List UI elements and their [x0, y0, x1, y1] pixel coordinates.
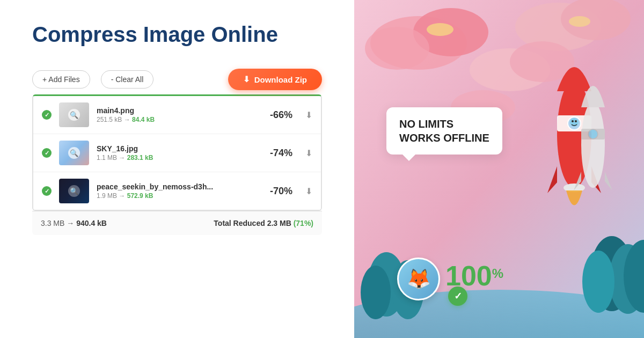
page-title: Compress Image Online [32, 21, 322, 47]
percent-symbol: % [492, 266, 503, 281]
svg-point-28 [588, 129, 598, 139]
percent-badge: 100 % [445, 262, 503, 290]
svg-point-24 [575, 120, 577, 122]
file-download-icon[interactable]: ⬇ [305, 186, 312, 196]
file-list: 🔍 main4.png 251.5 kB → 84.4 kB -66% ⬇ [32, 94, 322, 211]
file-info: main4.png 251.5 kB → 84.4 kB [97, 106, 253, 123]
download-zip-button[interactable]: ⬇ Download Zip [228, 69, 322, 90]
file-download-icon[interactable]: ⬇ [305, 110, 312, 120]
download-icon: ⬇ [243, 75, 250, 84]
file-name: SKY_16.jpg [97, 144, 253, 153]
file-size: 251.5 kB → 84.4 kB [97, 116, 253, 123]
rocket-svg [488, 21, 639, 247]
file-thumbnail: 🔍 [59, 141, 89, 165]
svg-point-23 [572, 120, 574, 122]
svg-point-9 [427, 23, 453, 36]
file-info: peace_seekin_by_nemoss-d3h... 1.9 MB → 5… [97, 182, 253, 200]
clear-all-button[interactable]: - Clear All [101, 70, 154, 89]
toolbar: + Add Files - Clear All ⬇ Download Zip [32, 69, 322, 90]
svg-point-26 [581, 102, 605, 188]
summary-total: Total Reduced 2.3 MB (71%) [214, 219, 313, 227]
file-thumbnail: 🔍 [59, 102, 89, 127]
file-size: 1.1 MB → 283.1 kB [97, 154, 253, 161]
check-badge [448, 286, 467, 306]
file-name: main4.png [97, 106, 253, 115]
zoom-icon: 🔍 [68, 185, 80, 197]
svg-point-4 [365, 27, 429, 70]
file-reduction: -70% [260, 186, 292, 197]
summary-bar: 3.3 MB → 940.4 kB Total Reduced 2.3 MB (… [32, 211, 322, 235]
svg-point-17 [582, 251, 614, 313]
promo-line1: NO LIMITS [399, 117, 489, 131]
toolbar-left: + Add Files - Clear All [32, 70, 153, 89]
fox-avatar: 🦊 [397, 258, 440, 300]
file-name: peace_seekin_by_nemoss-d3h... [97, 182, 253, 191]
table-row: 🔍 SKY_16.jpg 1.1 MB → 283.1 kB -74% ⬇ [33, 134, 321, 172]
check-icon [42, 110, 52, 120]
table-row: 🔍 main4.png 251.5 kB → 84.4 kB -66% ⬇ [33, 96, 321, 134]
file-size: 1.9 MB → 572.9 kB [97, 192, 253, 200]
percent-number: 100 [445, 262, 492, 290]
download-zip-label: Download Zip [254, 75, 307, 84]
check-icon [42, 186, 52, 196]
zoom-icon: 🔍 [68, 109, 80, 121]
file-download-icon[interactable]: ⬇ [305, 148, 312, 158]
table-row: 🔍 peace_seekin_by_nemoss-d3h... 1.9 MB →… [33, 172, 321, 210]
file-thumbnail: 🔍 [59, 179, 89, 203]
file-info: SKY_16.jpg 1.1 MB → 283.1 kB [97, 144, 253, 161]
speech-bubble: NO LIMITS WORKS OFFLINE [386, 107, 502, 155]
add-files-button[interactable]: + Add Files [32, 70, 90, 89]
right-panel: NO LIMITS WORKS OFFLINE 🦊 100 % [354, 0, 644, 338]
svg-point-12 [361, 266, 391, 319]
file-reduction: -74% [260, 148, 292, 159]
summary-sizes: 3.3 MB → 940.4 kB [41, 219, 107, 227]
zoom-icon: 🔍 [68, 147, 80, 159]
check-icon [42, 148, 52, 158]
file-reduction: -66% [260, 109, 292, 121]
promo-line2: WORKS OFFLINE [399, 131, 489, 145]
